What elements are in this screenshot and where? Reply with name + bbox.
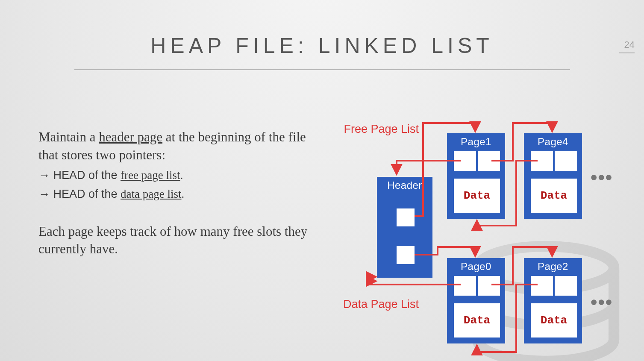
- b1-pre: → HEAD of the: [38, 169, 121, 182]
- page-number-wrap: 24: [619, 39, 635, 53]
- page1-label: Page1: [448, 134, 504, 148]
- page4-ptr-pair: [531, 151, 577, 171]
- paragraph-2: Each page keeps track of how many free s…: [38, 223, 308, 258]
- page2-ptr-pair: [531, 276, 577, 296]
- body-text: Maintain a header page at the beginning …: [38, 128, 308, 261]
- diagram: Free Page List Data Page List Header Pag…: [350, 119, 615, 361]
- header-slot-data: [397, 246, 415, 264]
- page1-box: Page1 Data: [447, 133, 505, 219]
- ellipsis-bottom: •••: [591, 291, 613, 313]
- page-number: 24: [619, 39, 635, 53]
- header-label: Header: [378, 178, 432, 191]
- free-page-list-label: Free Page List: [342, 123, 419, 135]
- p1-underline: header page: [99, 129, 162, 144]
- page2-box: Page2 Data: [524, 258, 582, 343]
- b2-pre: → HEAD of the: [38, 188, 121, 200]
- slide-title: HEAP FILE: LINKED LIST: [74, 33, 570, 70]
- b2-u: data page list: [121, 188, 181, 200]
- b1-u: free page list: [121, 169, 180, 182]
- p1-pre: Maintain a: [38, 129, 99, 144]
- b2-post: .: [182, 188, 185, 200]
- header-box: Header: [377, 177, 432, 278]
- page2-label: Page2: [525, 259, 581, 273]
- page4-data: Data: [531, 179, 577, 213]
- ellipsis-top: •••: [591, 167, 613, 188]
- bullet-1: → HEAD of the free page list.: [38, 167, 308, 183]
- page1-data: Data: [454, 179, 500, 213]
- header-slot-free: [397, 208, 415, 226]
- page0-ptr-pair: [454, 276, 500, 296]
- page2-data: Data: [531, 303, 577, 338]
- page0-label: Page0: [448, 259, 504, 273]
- page0-box: Page0 Data: [447, 258, 505, 343]
- page4-box: Page4 Data: [524, 133, 582, 219]
- bullet-2: → HEAD of the data page list.: [38, 186, 308, 202]
- page4-label: Page4: [525, 134, 581, 148]
- data-page-list-label: Data Page List: [342, 298, 419, 310]
- slide: 24 HEAP FILE: LINKED LIST Maintain a hea…: [0, 33, 644, 361]
- paragraph-1: Maintain a header page at the beginning …: [38, 128, 308, 164]
- b1-post: .: [180, 169, 183, 182]
- page0-data: Data: [454, 303, 500, 338]
- page1-ptr-pair: [454, 151, 500, 171]
